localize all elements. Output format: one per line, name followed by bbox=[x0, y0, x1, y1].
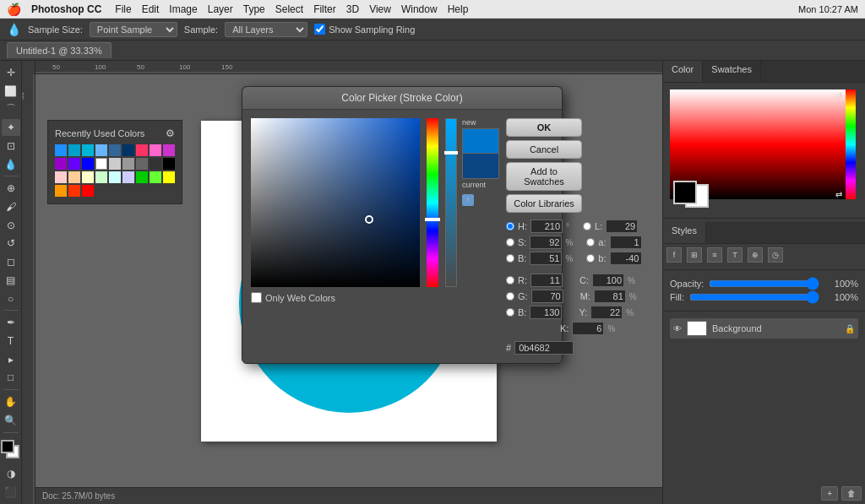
menu-help[interactable]: Help bbox=[448, 3, 469, 15]
style-icon-6[interactable]: ◷ bbox=[768, 247, 783, 263]
menu-filter[interactable]: Filter bbox=[313, 3, 336, 15]
menu-window[interactable]: Window bbox=[401, 3, 438, 15]
red-radio[interactable] bbox=[506, 276, 514, 285]
only-web-colors-checkbox[interactable] bbox=[251, 292, 262, 303]
menu-image[interactable]: Image bbox=[169, 3, 197, 15]
recent-color-swatch[interactable] bbox=[136, 158, 148, 170]
k-input[interactable] bbox=[572, 322, 604, 335]
saturation-radio[interactable] bbox=[506, 238, 514, 247]
recent-color-swatch[interactable] bbox=[95, 158, 107, 170]
show-sampling-ring-label[interactable]: Show Sampling Ring bbox=[314, 24, 415, 35]
green-input[interactable] bbox=[531, 290, 563, 303]
recent-color-swatch[interactable] bbox=[163, 158, 175, 170]
ok-button[interactable]: OK bbox=[506, 118, 582, 137]
move-tool[interactable]: ✛ bbox=[2, 64, 20, 81]
quick-select-tool[interactable]: ✦ bbox=[2, 119, 20, 136]
recent-color-swatch[interactable] bbox=[82, 158, 94, 170]
new-layer-button[interactable]: + bbox=[821, 486, 838, 501]
quick-mask-btn[interactable]: ◑ bbox=[2, 466, 20, 483]
recent-color-swatch[interactable] bbox=[122, 144, 134, 156]
crop-tool[interactable]: ⊡ bbox=[2, 138, 20, 154]
eyedropper-tool[interactable]: 💧 bbox=[2, 156, 20, 173]
recent-color-swatch[interactable] bbox=[150, 144, 161, 156]
recent-color-swatch[interactable] bbox=[122, 171, 134, 183]
menu-edit[interactable]: Edit bbox=[142, 3, 160, 15]
layer-background[interactable]: 👁 Background 🔒 bbox=[670, 318, 858, 339]
recent-color-swatch[interactable] bbox=[109, 158, 121, 170]
hand-tool[interactable]: ✋ bbox=[2, 393, 20, 410]
recent-color-swatch[interactable] bbox=[109, 171, 121, 183]
menu-type[interactable]: Type bbox=[243, 3, 265, 15]
screen-mode-btn[interactable]: ⬛ bbox=[2, 484, 20, 501]
style-icon-4[interactable]: T bbox=[727, 247, 743, 263]
saturation-input[interactable] bbox=[530, 236, 562, 249]
shape-tool[interactable]: □ bbox=[2, 370, 20, 387]
fill-slider[interactable] bbox=[689, 292, 819, 302]
history-brush-tool[interactable]: ↺ bbox=[2, 236, 20, 252]
style-icon-3[interactable]: ≡ bbox=[707, 247, 722, 263]
recent-color-swatch[interactable] bbox=[163, 171, 175, 183]
alpha-strip[interactable] bbox=[445, 118, 457, 287]
blue-radio[interactable] bbox=[506, 308, 514, 317]
zoom-tool[interactable]: 🔍 bbox=[2, 412, 20, 429]
recent-color-swatch[interactable] bbox=[82, 185, 94, 197]
a-input[interactable] bbox=[610, 236, 642, 249]
recent-color-swatch[interactable] bbox=[95, 171, 107, 183]
l-radio[interactable] bbox=[583, 222, 591, 230]
recent-color-swatch[interactable] bbox=[136, 144, 148, 156]
menu-file[interactable]: File bbox=[115, 3, 131, 15]
blue-input[interactable] bbox=[530, 306, 562, 319]
show-sampling-ring-checkbox[interactable] bbox=[314, 24, 325, 35]
recent-color-swatch[interactable] bbox=[68, 171, 80, 183]
foreground-color-swatch[interactable] bbox=[1, 440, 14, 453]
recent-color-swatch[interactable] bbox=[150, 158, 161, 170]
recent-color-swatch[interactable] bbox=[150, 171, 161, 183]
recent-color-swatch[interactable] bbox=[68, 158, 80, 170]
heal-tool[interactable]: ⊕ bbox=[2, 180, 20, 197]
a-radio[interactable] bbox=[586, 238, 595, 247]
recent-color-swatch[interactable] bbox=[55, 144, 67, 156]
recent-color-swatch[interactable] bbox=[55, 185, 67, 197]
b-lab-input[interactable] bbox=[610, 252, 642, 265]
clone-tool[interactable]: ⊙ bbox=[2, 217, 20, 234]
swap-colors-icon[interactable]: ⇄ bbox=[835, 190, 842, 199]
layer-visibility-icon[interactable]: 👁 bbox=[673, 324, 682, 333]
sample-select[interactable]: All Layers Current Layer bbox=[225, 22, 307, 37]
recent-color-swatch[interactable] bbox=[82, 171, 94, 183]
c-input[interactable] bbox=[592, 274, 624, 287]
recent-color-swatch[interactable] bbox=[95, 144, 107, 156]
menu-3d[interactable]: 3D bbox=[346, 3, 359, 15]
menu-select[interactable]: Select bbox=[275, 3, 303, 15]
type-tool[interactable]: T bbox=[2, 333, 20, 350]
dodge-tool[interactable]: ○ bbox=[2, 290, 20, 307]
recent-color-swatch[interactable] bbox=[163, 144, 175, 156]
sample-size-select[interactable]: Point Sample 3 by 3 Average 5 by 5 Avera… bbox=[90, 22, 177, 37]
green-radio[interactable] bbox=[506, 292, 514, 301]
menu-view[interactable]: View bbox=[369, 3, 391, 15]
opacity-slider[interactable] bbox=[709, 279, 819, 289]
eraser-tool[interactable]: ◻ bbox=[2, 253, 20, 270]
hue-input[interactable] bbox=[530, 219, 563, 233]
recent-color-swatch[interactable] bbox=[109, 144, 121, 156]
add-to-swatches-button[interactable]: Add to Swatches bbox=[506, 162, 582, 191]
recent-color-swatch[interactable] bbox=[55, 158, 67, 170]
brush-tool[interactable]: 🖌 bbox=[2, 198, 20, 215]
reset-colors-icon[interactable]: ↺ bbox=[835, 91, 842, 100]
lasso-tool[interactable]: ⌒ bbox=[2, 100, 20, 117]
color-field[interactable] bbox=[251, 118, 420, 287]
cancel-button[interactable]: Cancel bbox=[506, 140, 582, 159]
pen-tool[interactable]: ✒ bbox=[2, 314, 20, 331]
swatches-tab[interactable]: Swatches bbox=[703, 61, 761, 82]
recent-color-swatch[interactable] bbox=[68, 144, 80, 156]
recent-color-swatch[interactable] bbox=[122, 158, 134, 170]
y-input[interactable] bbox=[590, 306, 623, 319]
recent-color-swatch[interactable] bbox=[68, 185, 80, 197]
hue-bar-right[interactable] bbox=[846, 89, 856, 199]
apple-logo-icon[interactable]: 🍎 bbox=[7, 3, 21, 16]
red-input[interactable] bbox=[530, 274, 563, 287]
style-icon-1[interactable]: f bbox=[666, 247, 682, 263]
hue-strip[interactable] bbox=[427, 118, 438, 287]
recent-color-swatch[interactable] bbox=[82, 144, 94, 156]
m-input[interactable] bbox=[594, 290, 626, 303]
hex-input[interactable] bbox=[514, 341, 574, 355]
